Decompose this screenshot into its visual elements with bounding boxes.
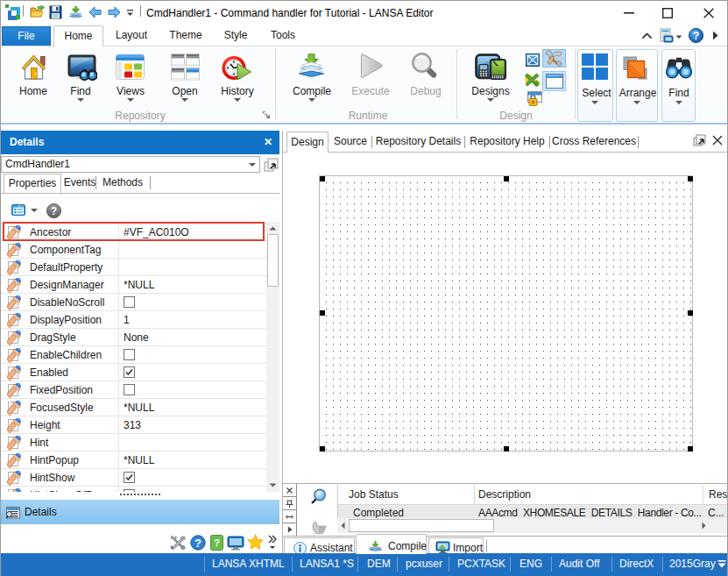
svg-text:?: ? (194, 537, 201, 550)
svg-text:?: ? (214, 537, 220, 548)
svg-text:?: ? (51, 205, 57, 217)
svg-text:?: ? (693, 30, 700, 42)
